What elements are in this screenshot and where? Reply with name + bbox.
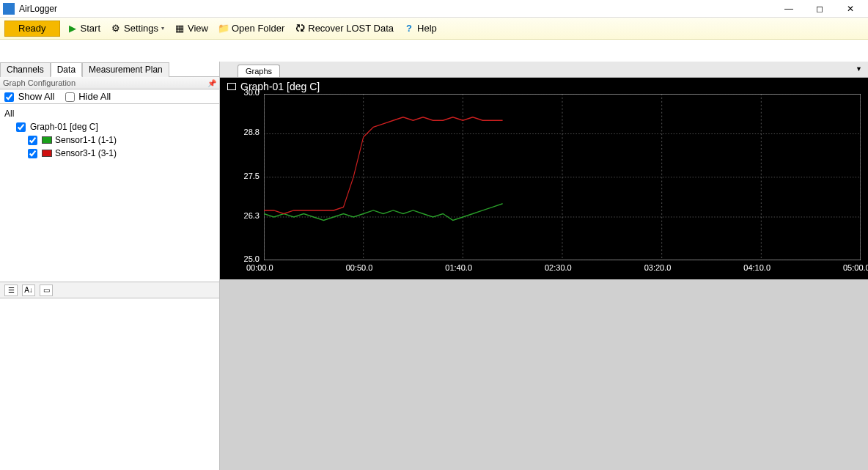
grid-icon: ▦ (174, 23, 185, 34)
hide-all-checkbox[interactable]: Hide All (65, 91, 111, 102)
tree-root[interactable]: All (4, 107, 215, 120)
graph-config-header: Graph Configuration 📌 (0, 76, 219, 89)
chevron-down-icon: ▾ (161, 25, 164, 32)
help-icon: ? (404, 23, 414, 34)
x-tick-label: 05:00.0 (843, 263, 868, 272)
minimize-button[interactable]: — (780, 1, 798, 16)
x-tick-label: 01:40.0 (445, 263, 489, 272)
recover-lost-button[interactable]: 🗘 Recover LOST Data (292, 20, 397, 37)
window-titlebar: AirLogger — ◻ ✕ (0, 0, 868, 18)
y-tick-label: 30.0 (235, 88, 260, 97)
y-tick-label: 27.5 (235, 172, 260, 180)
property-grid[interactable] (0, 298, 219, 470)
graphs-tabrow: Graphs ▼ (220, 62, 868, 78)
tab-data[interactable]: Data (51, 62, 82, 77)
tree-sensor1[interactable]: Sensor1-1 (1-1) (28, 133, 215, 147)
start-button[interactable]: ▶ Start (65, 20, 103, 37)
graphs-dropdown-icon[interactable]: ▼ (856, 65, 862, 73)
x-tick-label: 04:10.0 (743, 263, 787, 272)
tab-channels[interactable]: Channels (0, 62, 51, 77)
y-tick-label: 28.8 (235, 128, 260, 136)
x-tick-label: 03:20.0 (644, 263, 688, 272)
close-button[interactable]: ✕ (842, 1, 859, 16)
recover-icon: 🗘 (295, 23, 305, 34)
x-tick-label: 00:00.0 (246, 263, 290, 272)
empty-area (220, 279, 868, 470)
tab-measurement-plan[interactable]: Measurement Plan (82, 62, 169, 77)
maximize-button[interactable]: ◻ (811, 1, 828, 16)
x-tick-label: 02:30.0 (545, 263, 589, 272)
gear-icon: ⚙ (111, 23, 121, 34)
open-folder-button[interactable]: 📁 Open Folder (216, 20, 287, 37)
graphs-tab[interactable]: Graphs (238, 65, 280, 77)
help-button[interactable]: ? Help (401, 20, 440, 37)
show-all-checkbox[interactable]: Show All (4, 91, 55, 102)
graph-tree[interactable]: All Graph-01 [deg C] (0, 104, 219, 282)
categorize-button[interactable]: ☰ (4, 284, 18, 296)
left-tabs: Channels Data Measurement Plan (0, 62, 219, 76)
play-icon: ▶ (67, 23, 78, 34)
settings-button[interactable]: ⚙ Settings ▾ (108, 20, 167, 37)
y-tick-label: 25.0 (235, 254, 260, 263)
spacer (0, 40, 868, 62)
tree-sensor2[interactable]: Sensor3-1 (3-1) (28, 147, 215, 160)
folder-icon: 📁 (218, 23, 229, 34)
color-swatch-green (42, 136, 52, 144)
color-swatch-red (42, 150, 52, 157)
view-button[interactable]: ▦ View (172, 20, 211, 37)
y-tick-label: 26.3 (235, 211, 260, 220)
pin-icon[interactable]: 📌 (207, 79, 216, 87)
chart-area: Graph-01 [deg C] 25.026.327.528.830.000:… (220, 78, 868, 279)
main-toolbar: Ready ▶ Start ⚙ Settings ▾ ▦ View 📁 Open… (0, 18, 868, 40)
app-title: AirLogger (19, 4, 780, 14)
property-toolbar: ☰ A↓ ▭ (0, 282, 219, 298)
ready-button[interactable]: Ready (4, 21, 60, 37)
app-icon (3, 3, 15, 15)
sort-button[interactable]: A↓ (22, 284, 35, 296)
x-tick-label: 00:50.0 (346, 263, 390, 272)
tree-graph01[interactable]: Graph-01 [deg C] (16, 120, 215, 133)
pages-button[interactable]: ▭ (40, 284, 53, 296)
chart-plot[interactable] (264, 94, 861, 260)
